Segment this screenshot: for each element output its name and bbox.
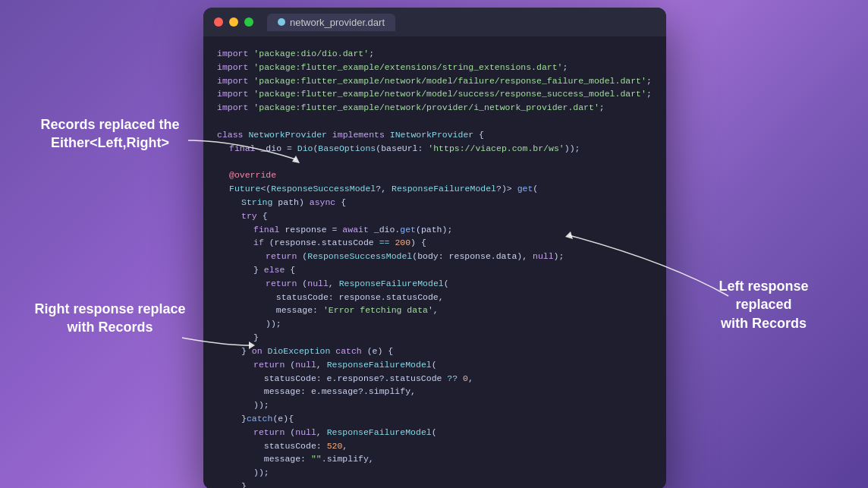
code-line-18: message: 'Error fetching data', <box>217 304 653 317</box>
code-line-19: )); <box>217 317 653 331</box>
code-line-13: if (response.statusCode == 200) { <box>217 236 653 250</box>
dart-file-icon <box>278 18 285 26</box>
code-line-11: try { <box>217 209 653 223</box>
code-line-15: } else { <box>217 263 653 277</box>
code-line-21: } on DioException catch (e) { <box>217 345 653 358</box>
code-editor: import 'package:dio/dio.dart'; import 'p… <box>203 36 666 488</box>
code-line-1: import 'package:dio/dio.dart'; <box>217 47 653 61</box>
code-line-27: return (null, ResponseFailureModel( <box>217 426 653 439</box>
code-line-25: )); <box>217 398 653 412</box>
file-tab[interactable]: network_provider.dart <box>267 14 395 31</box>
code-line-2: import 'package:flutter_example/extensio… <box>217 61 653 74</box>
annotation-bottom-left: Right response replacewith Records <box>23 300 197 337</box>
code-line-22: return (null, ResponseFailureModel( <box>217 358 653 372</box>
minimize-dot[interactable] <box>229 17 238 27</box>
code-line-23: statusCode: e.response?.statusCode ?? 0, <box>217 372 653 386</box>
annotation-bottom-left-text: Right response replacewith Records <box>34 301 185 335</box>
code-line-8: @override <box>217 168 653 182</box>
code-line-5: import 'package:flutter_example/network/… <box>217 101 653 115</box>
title-bar: network_provider.dart <box>203 8 666 36</box>
code-line-12: final response = await _dio.get(path); <box>217 223 653 237</box>
code-line-24: message: e.message?.simplify, <box>217 385 653 398</box>
code-line-28: statusCode: 520, <box>217 439 653 453</box>
maximize-dot[interactable] <box>244 17 253 27</box>
annotation-top-left: Records replaced theEither<Left,Right> <box>30 115 190 153</box>
code-line-4: import 'package:flutter_example/network/… <box>217 87 653 101</box>
code-line-3: import 'package:flutter_example/network/… <box>217 74 653 88</box>
code-line-9: Future<(ResponseSuccessModel?, ResponseF… <box>217 182 653 196</box>
code-line-31: } <box>217 480 653 488</box>
tab-label: network_provider.dart <box>290 17 385 28</box>
code-line-16: return (null, ResponseFailureModel( <box>217 277 653 291</box>
code-line-20: } <box>217 331 653 345</box>
code-line-14: return (ResponseSuccessModel(body: respo… <box>217 250 653 263</box>
code-line-6: class NetworkProvider implements INetwor… <box>217 128 653 142</box>
code-line-blank2 <box>217 156 653 169</box>
code-line-17: statusCode: response.statusCode, <box>217 291 653 304</box>
code-line-26: }catch(e){ <box>217 412 653 426</box>
code-window: network_provider.dart import 'package:di… <box>203 8 666 488</box>
code-line-blank1 <box>217 115 653 128</box>
annotation-right: Left response replacedwith Records <box>697 277 830 332</box>
close-dot[interactable] <box>214 17 223 27</box>
code-line-29: message: "".simplify, <box>217 452 653 466</box>
code-line-10: String path) async { <box>217 196 653 209</box>
code-line-7: final _dio = Dio(BaseOptions(baseUrl: 'h… <box>217 142 653 156</box>
annotation-right-text: Left response replacedwith Records <box>719 279 808 331</box>
code-line-30: )); <box>217 466 653 480</box>
annotation-top-left-text: Records replaced theEither<Left,Right> <box>40 117 179 150</box>
